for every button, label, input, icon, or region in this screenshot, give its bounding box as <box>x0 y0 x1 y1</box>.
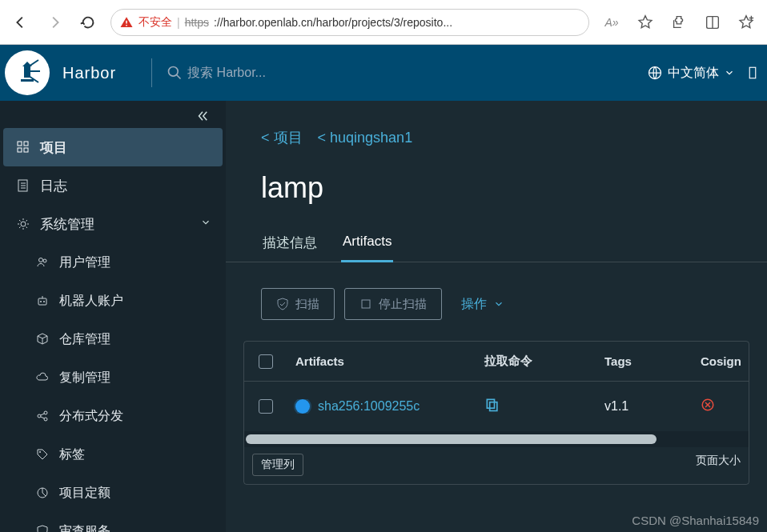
sidebar-item-robots[interactable]: 机器人账户 <box>0 282 226 320</box>
svg-rect-1 <box>126 25 127 26</box>
chevrons-left-icon <box>195 109 210 123</box>
svg-point-20 <box>39 258 43 262</box>
svg-point-27 <box>44 411 47 414</box>
svg-line-29 <box>41 414 45 415</box>
gear-icon <box>16 217 30 231</box>
artifacts-toolbar: 扫描 停止扫描 操作 <box>226 262 767 320</box>
svg-rect-0 <box>126 20 127 23</box>
sidebar-item-replication[interactable]: 复制管理 <box>0 358 226 397</box>
sidebar-item-label: 用户管理 <box>59 254 110 271</box>
search-box[interactable]: 搜索 Harbor... <box>151 58 416 87</box>
stop-icon <box>359 298 372 310</box>
svg-point-31 <box>39 451 41 453</box>
col-cosign[interactable]: Cosign <box>693 354 749 368</box>
breadcrumb-projects[interactable]: < 项目 <box>261 130 303 146</box>
breadcrumb-owner[interactable]: < huqingshan1 <box>318 130 413 146</box>
shield-check-icon <box>276 298 289 310</box>
chart-icon <box>35 486 50 500</box>
svg-rect-10 <box>749 67 756 78</box>
app-shell: 项目 日志 系统管理 用户管理 机器人账户 仓库管理 复制管理 <box>0 45 767 532</box>
harbor-logo[interactable] <box>5 50 50 95</box>
svg-point-23 <box>40 301 42 302</box>
scan-label: 扫描 <box>295 297 319 312</box>
sidebar-item-labels[interactable]: 标签 <box>0 435 226 474</box>
separator: | <box>177 16 180 29</box>
reader-button[interactable]: A» <box>596 6 628 38</box>
split-screen-button[interactable] <box>697 6 729 38</box>
table-head: Artifacts 拉取命令 Tags Cosign <box>244 342 749 382</box>
sidebar-item-admin[interactable]: 系统管理 <box>0 205 226 243</box>
main-content: < 项目 < huqingshan1 lamp 描述信息 Artifacts 扫… <box>226 45 767 532</box>
url-protocol: https <box>185 16 209 29</box>
address-bar[interactable]: 不安全 | https://harbor.openlab.cn/harbor/p… <box>110 9 589 36</box>
manage-columns-button[interactable]: 管理列 <box>252 454 303 476</box>
copy-icon[interactable] <box>484 397 500 417</box>
cosign-missing-icon <box>701 398 715 416</box>
scrollbar-thumb[interactable] <box>246 434 657 444</box>
svg-point-26 <box>38 414 41 418</box>
search-placeholder: 搜索 Harbor... <box>187 65 266 82</box>
sidebar-item-label: 仓库管理 <box>59 331 110 348</box>
col-artifacts[interactable]: Artifacts <box>287 354 476 368</box>
stop-scan-button[interactable]: 停止扫描 <box>344 288 442 320</box>
chevron-down-icon <box>724 67 735 78</box>
sidebar-item-label: 复制管理 <box>59 370 110 386</box>
back-button[interactable] <box>5 6 37 38</box>
cloud-icon <box>35 370 50 385</box>
svg-rect-34 <box>490 402 497 410</box>
sidebar-item-audit[interactable]: 审查服务 <box>0 512 226 532</box>
sidebar-item-repos[interactable]: 仓库管理 <box>0 320 226 358</box>
tab-artifacts[interactable]: Artifacts <box>341 229 393 262</box>
sidebar: 项目 日志 系统管理 用户管理 机器人账户 仓库管理 复制管理 <box>0 45 226 532</box>
page-title: lamp <box>226 147 767 205</box>
svg-rect-35 <box>487 399 494 408</box>
browser-bar: 不安全 | https://harbor.openlab.cn/harbor/p… <box>0 0 767 45</box>
tab-description[interactable]: 描述信息 <box>261 229 319 262</box>
lighthouse-icon <box>11 57 43 89</box>
sidebar-collapse[interactable] <box>0 101 226 128</box>
extensions-button[interactable] <box>663 6 695 38</box>
language-switch[interactable]: 中文简体 <box>668 65 719 82</box>
svg-rect-22 <box>38 298 46 305</box>
sidebar-item-label: 标签 <box>59 446 85 463</box>
cube-icon <box>35 332 50 346</box>
sidebar-item-users[interactable]: 用户管理 <box>0 243 226 282</box>
horizontal-scrollbar[interactable] <box>244 431 749 447</box>
robot-icon <box>35 294 50 308</box>
insecure-label: 不安全 <box>139 15 172 30</box>
users-icon <box>35 255 50 270</box>
artifacts-table: Artifacts 拉取命令 Tags Cosign sha256:100925… <box>243 341 749 485</box>
tag-icon <box>35 447 50 462</box>
refresh-button[interactable] <box>72 6 104 38</box>
favorite-button[interactable] <box>629 6 661 38</box>
sidebar-item-label: 分布式分发 <box>59 408 123 425</box>
col-pull[interactable]: 拉取命令 <box>476 354 596 369</box>
svg-rect-11 <box>18 142 22 146</box>
actions-label: 操作 <box>461 296 487 313</box>
sidebar-item-quotas[interactable]: 项目定额 <box>0 474 226 512</box>
actions-dropdown[interactable]: 操作 <box>461 296 504 313</box>
col-tags[interactable]: Tags <box>596 354 693 368</box>
star-icon <box>636 14 654 31</box>
svg-line-30 <box>41 417 45 418</box>
star-plus-icon <box>737 14 755 31</box>
sidebar-item-label: 系统管理 <box>40 215 94 234</box>
table-footer: 管理列 页面大小 <box>244 447 749 484</box>
row-checkbox[interactable] <box>259 399 273 414</box>
page-size-label[interactable]: 页面大小 <box>696 454 741 476</box>
sidebar-item-distribution[interactable]: 分布式分发 <box>0 397 226 435</box>
grid-icon <box>16 140 30 154</box>
select-all-checkbox[interactable] <box>259 354 273 369</box>
forward-button[interactable] <box>38 6 70 38</box>
svg-rect-14 <box>24 148 28 152</box>
url-text: ://harbor.openlab.cn/harbor/projects/3/r… <box>214 16 452 29</box>
collections-button[interactable] <box>730 6 762 38</box>
watermark: CSDN @Shanhai15849 <box>632 514 759 527</box>
shield-icon <box>35 524 50 532</box>
sidebar-item-projects[interactable]: 项目 <box>3 128 223 166</box>
scan-button[interactable]: 扫描 <box>261 288 335 320</box>
edge-cut-icon <box>748 64 762 82</box>
artifact-hash-link[interactable]: sha256:1009255c <box>318 399 420 414</box>
stop-label: 停止扫描 <box>379 297 427 312</box>
sidebar-item-logs[interactable]: 日志 <box>0 166 226 205</box>
